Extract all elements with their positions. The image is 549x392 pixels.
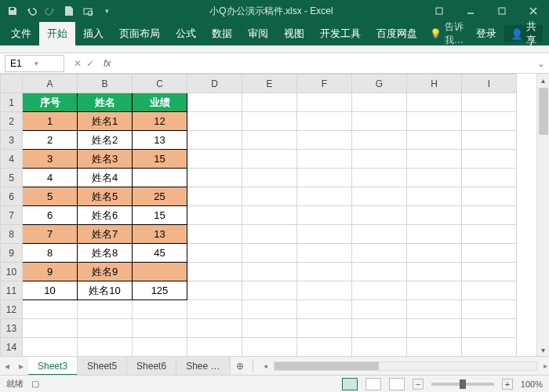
cell-D8[interactable] [187,225,242,244]
sheet-tab-2[interactable]: Sheet6 [127,357,176,376]
name-box-dropdown-icon[interactable]: ▾ [35,60,59,67]
qat-customize-icon[interactable]: ▾ [100,5,113,17]
cell-H11[interactable] [407,281,462,300]
vertical-scrollbar[interactable]: ▴ ▾ [536,74,549,356]
cell-F1[interactable] [297,93,352,112]
cell-A5[interactable]: 4 [23,169,78,187]
formula-input[interactable] [115,55,533,72]
cell-I4[interactable] [462,150,517,169]
cell-F12[interactable] [297,300,352,319]
new-sheet-button[interactable]: ⊕ [231,361,249,372]
cell-H6[interactable] [407,187,462,206]
sheet-tab-3[interactable]: Shee … [176,357,230,376]
col-header-A[interactable]: A [23,74,78,93]
cell-I14[interactable] [462,338,517,357]
cell-E10[interactable] [242,263,297,281]
ribbon-options-icon[interactable] [424,0,455,22]
share-button[interactable]: 👤共享 [504,25,543,42]
cell-F6[interactable] [297,187,352,206]
cell-A9[interactable]: 8 [23,244,78,263]
cell-I11[interactable] [462,281,517,300]
cell-F3[interactable] [297,131,352,150]
cell-C8[interactable]: 13 [133,225,187,244]
cell-A10[interactable]: 9 [23,263,78,281]
cell-G4[interactable] [352,150,407,169]
cell-B1[interactable]: 姓名 [78,93,133,112]
cell-H1[interactable] [407,93,462,112]
print-preview-icon[interactable] [82,5,94,17]
new-file-icon[interactable] [63,5,75,17]
cell-I10[interactable] [462,263,517,281]
view-pagebreak-button[interactable] [389,378,405,390]
cell-E5[interactable] [242,169,297,187]
cell-G11[interactable] [352,281,407,300]
row-header-4[interactable]: 4 [1,150,23,169]
zoom-level[interactable]: 100% [521,379,543,389]
cell-I13[interactable] [462,319,517,338]
cell-F8[interactable] [297,225,352,244]
cell-B11[interactable]: 姓名10 [78,281,133,300]
row-header-8[interactable]: 8 [1,225,23,244]
cell-B3[interactable]: 姓名2 [78,131,133,150]
cell-B12[interactable] [78,300,133,319]
cell-I8[interactable] [462,225,517,244]
cell-C10[interactable] [133,263,187,281]
cell-E11[interactable] [242,281,297,300]
cell-B10[interactable]: 姓名9 [78,263,133,281]
spreadsheet-grid[interactable]: ABCDEFGHI1序号姓名业绩21姓名11232姓名21343姓名31554姓… [0,74,549,356]
row-header-9[interactable]: 9 [1,244,23,263]
cell-E1[interactable] [242,93,297,112]
cell-B6[interactable]: 姓名5 [78,187,133,206]
save-icon[interactable] [6,5,19,17]
cell-E6[interactable] [242,187,297,206]
col-header-I[interactable]: I [462,74,517,93]
cell-D9[interactable] [187,244,242,263]
undo-icon[interactable] [25,5,38,17]
cell-G3[interactable] [352,131,407,150]
cell-H8[interactable] [407,225,462,244]
tell-me[interactable]: 💡告诉我… [425,20,468,47]
cell-G10[interactable] [352,263,407,281]
zoom-out-button[interactable]: − [413,379,424,390]
cell-F2[interactable] [297,112,352,131]
cell-I3[interactable] [462,131,517,150]
close-button[interactable] [518,0,549,22]
zoom-in-button[interactable]: + [502,379,513,390]
horizontal-scrollbar[interactable] [274,361,538,371]
sheet-nav-next-icon[interactable]: ▸ [14,361,28,372]
cell-C5[interactable] [133,169,187,187]
formula-expand-icon[interactable]: ⌄ [533,58,549,69]
col-header-B[interactable]: B [78,74,133,93]
cell-A11[interactable]: 10 [23,281,78,300]
row-header-1[interactable]: 1 [1,93,23,112]
cell-C9[interactable]: 45 [133,244,187,263]
cell-E13[interactable] [242,319,297,338]
row-header-12[interactable]: 12 [1,300,23,319]
cancel-formula-icon[interactable]: ✕ [74,58,82,69]
cell-A14[interactable] [23,338,78,357]
cell-H5[interactable] [407,169,462,187]
col-header-E[interactable]: E [242,74,297,93]
cell-D1[interactable] [187,93,242,112]
cell-B8[interactable]: 姓名7 [78,225,133,244]
cell-C4[interactable]: 15 [133,150,187,169]
row-header-5[interactable]: 5 [1,169,23,187]
cell-I1[interactable] [462,93,517,112]
col-header-F[interactable]: F [297,74,352,93]
maximize-button[interactable] [486,0,518,22]
cell-D2[interactable] [187,112,242,131]
cell-B5[interactable]: 姓名4 [78,169,133,187]
cell-C7[interactable]: 15 [133,206,187,225]
cell-D12[interactable] [187,300,242,319]
cell-C1[interactable]: 业绩 [133,93,187,112]
cell-B9[interactable]: 姓名8 [78,244,133,263]
cell-E3[interactable] [242,131,297,150]
cell-F7[interactable] [297,206,352,225]
cell-F4[interactable] [297,150,352,169]
cell-D7[interactable] [187,206,242,225]
cell-B4[interactable]: 姓名3 [78,150,133,169]
view-normal-button[interactable] [342,378,358,390]
cell-G13[interactable] [352,319,407,338]
cell-A12[interactable] [23,300,78,319]
cell-H7[interactable] [407,206,462,225]
